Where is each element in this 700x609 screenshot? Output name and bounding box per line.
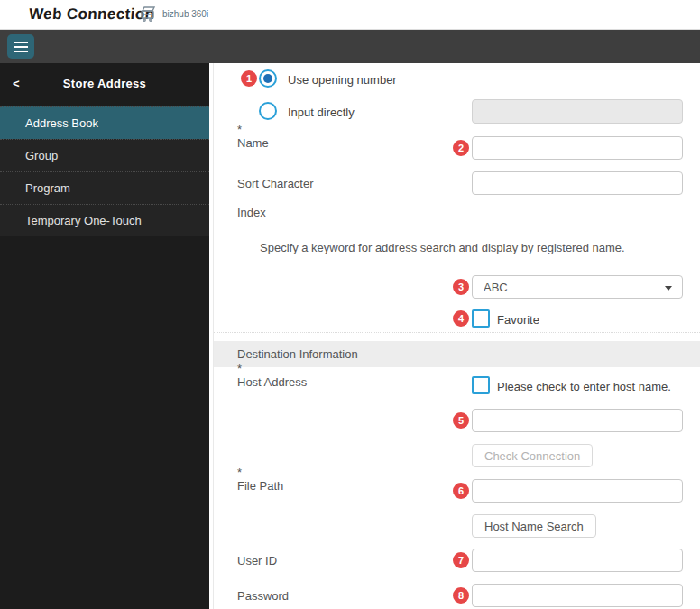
sort-character-label: Sort Character (237, 177, 314, 190)
favorite-checkbox[interactable] (472, 309, 490, 328)
host-name-search-button[interactable]: Host Name Search (472, 514, 596, 538)
step-badge-3: 3 (453, 279, 469, 295)
required-asterisk: * (237, 123, 242, 136)
password-input[interactable] (472, 584, 683, 607)
hamburger-icon (14, 42, 28, 52)
sidebar: < Store Address Address Book Group Progr… (0, 63, 209, 609)
sidebar-item-temporary-one-touch[interactable]: Temporary One-Touch (0, 204, 209, 236)
index-label: Index (237, 206, 266, 219)
menu-button[interactable] (7, 34, 34, 59)
host-name-checkbox-label: Please check to enter host name. (497, 380, 671, 393)
favorite-label: Favorite (497, 313, 539, 327)
step-badge-6: 6 (453, 483, 469, 499)
user-id-input[interactable] (472, 549, 683, 572)
sort-character-input[interactable] (472, 171, 683, 195)
radio-use-opening-number-label: Use opening number (288, 73, 397, 87)
app-logo: Web Connection (28, 5, 155, 23)
index-description: Specify a keyword for address search and… (260, 241, 625, 254)
direct-number-input[interactable] (472, 99, 683, 124)
name-input[interactable] (472, 136, 683, 160)
sidebar-item-group[interactable]: Group (0, 139, 209, 171)
radio-selected-dot (263, 74, 272, 83)
check-connection-button[interactable]: Check Connection (472, 444, 593, 467)
step-badge-2: 2 (453, 140, 469, 156)
step-badge-8: 8 (453, 587, 469, 604)
host-name-checkbox[interactable] (472, 376, 490, 394)
file-path-label: File Path (237, 479, 283, 493)
content-left-divider (213, 63, 214, 609)
user-id-label: User ID (237, 554, 277, 567)
host-address-label: Host Address (237, 375, 307, 389)
radio-use-opening-number[interactable] (259, 69, 277, 88)
section-header-destination: Destination Information (214, 341, 700, 367)
required-asterisk: * (237, 466, 242, 479)
printer-icon (139, 5, 158, 22)
sidebar-header: < Store Address (0, 63, 209, 106)
index-select[interactable]: ABC (472, 275, 683, 299)
sidebar-item-address-book[interactable]: Address Book (0, 106, 209, 139)
radio-input-directly[interactable] (259, 102, 277, 120)
chevron-down-icon (665, 286, 672, 291)
section-divider (214, 332, 700, 333)
file-path-input[interactable] (472, 479, 683, 503)
menu-bar (0, 30, 700, 63)
host-address-input[interactable] (472, 409, 683, 432)
device-indicator: bizhub 360i (139, 5, 208, 22)
section-header-label: Destination Information (214, 341, 700, 367)
name-label: Name (237, 136, 269, 150)
step-badge-1: 1 (241, 70, 257, 87)
radio-input-directly-label: Input directly (288, 106, 355, 119)
sidebar-title: Store Address (0, 77, 209, 90)
required-asterisk: * (237, 362, 242, 375)
password-label: Password (237, 589, 289, 603)
step-badge-4: 4 (453, 310, 469, 327)
page: Web Connection bizhub 360i < Store Addre… (0, 0, 700, 609)
device-name: bizhub 360i (162, 9, 208, 19)
step-badge-5: 5 (453, 412, 469, 429)
sidebar-item-program[interactable]: Program (0, 171, 209, 204)
step-badge-7: 7 (453, 552, 469, 568)
app-header: Web Connection bizhub 360i (0, 0, 700, 30)
index-select-value: ABC (484, 276, 508, 299)
